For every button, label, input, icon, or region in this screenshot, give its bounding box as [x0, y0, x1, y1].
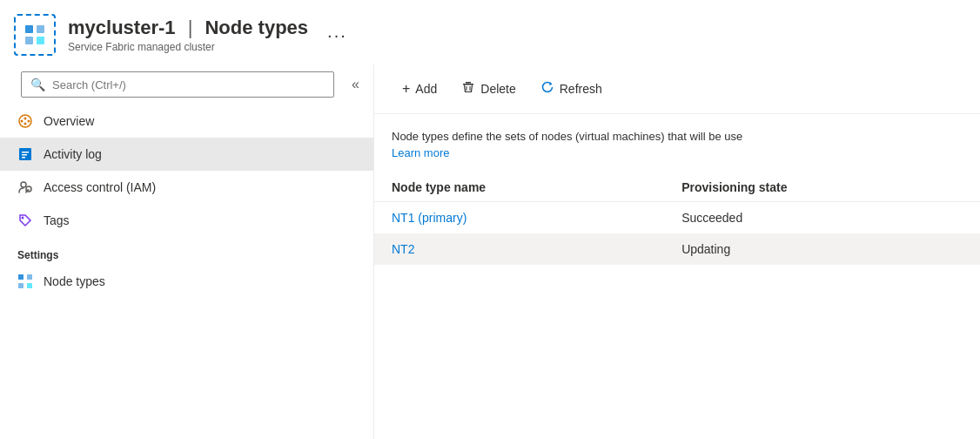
learn-more-link[interactable]: Learn more [392, 146, 449, 159]
add-icon: + [402, 81, 410, 97]
header-text: mycluster-1 | Node types Service Fabric … [68, 17, 308, 53]
page-title: mycluster-1 | Node types [68, 17, 308, 39]
sidebar-item-activity-log[interactable]: Activity log [0, 138, 373, 171]
svg-rect-1 [37, 25, 44, 33]
table-row[interactable]: NT1 (primary) Succeeded [374, 201, 980, 233]
sidebar-item-node-types[interactable]: Node types [0, 265, 373, 298]
toolbar: + Add Delete [374, 64, 980, 114]
col-header-name: Node type name [374, 173, 664, 202]
sidebar-item-tags[interactable]: Tags [0, 204, 373, 237]
row-2-state: Updating [664, 233, 980, 265]
svg-point-5 [21, 120, 23, 123]
activity-log-icon [17, 146, 33, 162]
table-row[interactable]: NT2 Updating [374, 233, 980, 265]
refresh-button[interactable]: Refresh [530, 75, 613, 103]
delete-button[interactable]: Delete [451, 75, 526, 103]
nt2-link[interactable]: NT2 [392, 242, 414, 256]
sidebar-item-overview[interactable]: Overview [0, 105, 373, 138]
row-1-state: Succeeded [664, 201, 980, 233]
search-bar: 🔍 [21, 71, 334, 98]
svg-point-6 [24, 118, 27, 120]
svg-rect-3 [37, 37, 44, 44]
svg-point-7 [28, 120, 30, 123]
add-label: Add [415, 82, 437, 96]
table-header: Node type name Provisioning state [374, 173, 980, 202]
svg-rect-17 [27, 274, 32, 280]
svg-point-15 [22, 217, 24, 220]
sidebar-item-access-control[interactable]: Access control (IAM) [0, 171, 373, 204]
delete-label: Delete [480, 82, 515, 96]
description-area: Node types define the sets of nodes (vir… [374, 114, 980, 166]
overview-icon [17, 113, 33, 129]
refresh-icon [540, 80, 554, 98]
svg-point-8 [24, 123, 27, 125]
svg-rect-19 [27, 283, 32, 288]
sidebar: 🔍 « Overview [0, 64, 374, 439]
more-options-button[interactable]: ··· [327, 25, 347, 45]
table-container: Node type name Provisioning state NT1 (p… [374, 166, 980, 440]
svg-point-13 [21, 182, 26, 187]
svg-rect-0 [25, 25, 33, 33]
activity-log-label: Activity log [44, 147, 102, 161]
content-area: + Add Delete [374, 64, 980, 439]
delete-icon [461, 80, 475, 98]
col-header-state: Provisioning state [664, 173, 980, 202]
settings-section-label: Settings [0, 237, 373, 265]
search-icon: 🔍 [30, 78, 45, 91]
svg-rect-2 [25, 37, 33, 44]
row-2-name[interactable]: NT2 [374, 233, 664, 265]
svg-rect-21 [466, 82, 471, 84]
search-input[interactable] [52, 78, 325, 91]
overview-label: Overview [44, 114, 94, 128]
svg-rect-10 [22, 152, 29, 153]
tags-icon [17, 213, 33, 228]
add-button[interactable]: + Add [392, 76, 447, 102]
refresh-label: Refresh [560, 82, 602, 96]
tags-label: Tags [44, 213, 70, 227]
row-1-name[interactable]: NT1 (primary) [374, 201, 664, 233]
search-row: 🔍 « [0, 64, 373, 105]
table-body: NT1 (primary) Succeeded NT2 Updating [374, 201, 980, 265]
main-layout: 🔍 « Overview [0, 64, 980, 439]
page-subtitle: Service Fabric managed cluster [68, 41, 308, 53]
description-text: Node types define the sets of nodes (vir… [392, 128, 963, 145]
svg-rect-18 [18, 283, 23, 288]
node-types-label: Node types [44, 274, 105, 288]
collapse-sidebar-button[interactable]: « [345, 73, 366, 96]
access-control-icon [17, 179, 33, 195]
node-types-table: Node type name Provisioning state NT1 (p… [374, 173, 980, 265]
access-control-label: Access control (IAM) [44, 180, 156, 194]
svg-rect-12 [22, 157, 25, 159]
node-types-icon [17, 274, 33, 289]
svg-rect-11 [22, 154, 27, 156]
page-header: mycluster-1 | Node types Service Fabric … [0, 0, 980, 64]
cluster-icon [14, 14, 56, 56]
svg-rect-16 [18, 274, 23, 280]
table-header-row: Node type name Provisioning state [374, 173, 980, 202]
svg-rect-20 [463, 84, 473, 85]
nt1-link[interactable]: NT1 (primary) [392, 211, 467, 225]
